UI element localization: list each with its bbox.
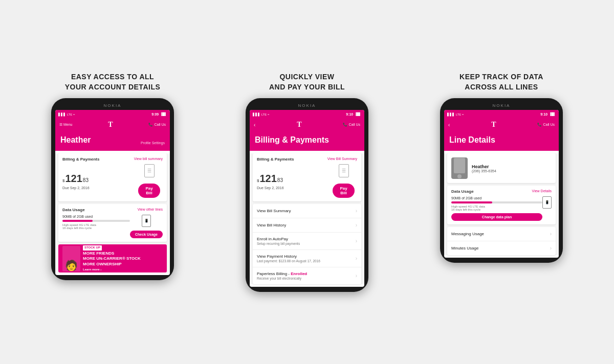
usage-right-3: 📱 — [542, 196, 552, 210]
section-title-line-details: KEEP TRACK OF DATA ACROSS ALL LINES — [459, 72, 543, 92]
ad-banner-1: 🧑 STOCK UP MORE FRIENDS MORE UN-CARRIER®… — [58, 244, 167, 272]
phone-frame-2: NOKIA ▋▋▋ LTE ≈ 9:10 ▐█▌ ‹ T 📞 — [246, 98, 368, 292]
usage-left-3: 90MB of 2GB used High-speed 4G LTE data … — [451, 196, 542, 221]
menu-item-subtitle-4: Last payment: $123.88 on August 17, 2016 — [257, 259, 356, 263]
menu-item-title-min: Minutes Usage — [451, 246, 550, 251]
view-details-link-3[interactable]: View Details — [532, 189, 552, 193]
profile-settings-link-1[interactable]: Profile Settings — [141, 141, 165, 145]
billing-right-2: ☰ Pay Bill — [330, 164, 357, 198]
device-screen-3 — [454, 158, 465, 173]
pay-bill-button-2[interactable]: Pay Bill — [333, 184, 354, 198]
device-home-btn-3 — [457, 174, 462, 178]
billing-row-2: $ 121 83 Due Sep 2, 2016 ☰ Pay Bill — [257, 164, 357, 198]
view-other-lines-link-1[interactable]: View other lines — [138, 208, 163, 211]
status-bar-3: ▋▋▋ LTE ≈ 9:10 ▐█▌ — [444, 110, 559, 118]
menu-item-title-3: Enroll in AutoPay — [257, 237, 356, 241]
section-billing: QUICKLY VIEW AND PAY YOUR BILL NOKIA ▋▋▋… — [210, 72, 404, 292]
bill-amount-1: $ 121 83 — [62, 173, 90, 185]
phone-frame-1: NOKIA ▋▋▋ LTE ≈ 9:09 ▐█▌ ☰ Menu T — [51, 98, 174, 280]
screen-content-1: Billing & Payments View bill summary $ 1… — [55, 153, 170, 272]
change-data-plan-button-3[interactable]: Change data plan — [451, 213, 542, 221]
signal-icon-1: ▋▋▋ LTE ≈ — [58, 112, 75, 116]
menu-item-autopay[interactable]: Enroll in AutoPay Setup recurring bill p… — [253, 233, 361, 250]
usage-bar-fill-3 — [451, 201, 492, 203]
ad-line3-1: MORE OWNERSHIP — [83, 262, 122, 266]
menu-item-content-4: View Payment History Last payment: $123.… — [257, 254, 356, 263]
page-title-3: Line Details — [449, 135, 554, 145]
usage-text-3: 90MB of 2GB used — [451, 196, 542, 200]
section-title-account: EASY ACCESS TO ALL YOUR ACCOUNT DETAILS — [65, 72, 161, 92]
menu-item-bill-summary[interactable]: View Bill Summary › — [253, 204, 361, 218]
battery-icon-3: ▐█▌ — [549, 112, 556, 116]
pay-bill-button-1[interactable]: Pay Bill — [138, 184, 160, 198]
usage-bar-fill-1 — [62, 220, 93, 222]
usage-right-1: 📱 Check Usage — [130, 215, 163, 238]
device-card-3: Heather (206) 355-6354 — [447, 153, 556, 183]
phone-brand-1: NOKIA — [55, 103, 170, 108]
menu-item-title-2: View Bill History — [257, 223, 356, 228]
device-user-name-3: Heather — [472, 164, 496, 169]
menu-item-bill-history[interactable]: View Bill History › — [253, 218, 361, 233]
phone-screen-1: ▋▋▋ LTE ≈ 9:09 ▐█▌ ☰ Menu T 📞 Call Us — [55, 110, 170, 275]
usage-text-1: 90MB of 2GB used — [62, 215, 130, 218]
menu-item-messaging[interactable]: Messaging Usage › — [447, 227, 556, 241]
menu-item-content-1: View Bill Summary — [257, 209, 356, 213]
menu-item-minutes[interactable]: Minutes Usage › — [447, 241, 556, 255]
call-us-button-3[interactable]: 📞 Call Us — [537, 123, 555, 127]
dollar-sign-1: $ — [62, 178, 64, 183]
menu-item-content-min: Minutes Usage — [451, 246, 550, 251]
battery-icon-1: ▐█▌ — [160, 112, 167, 116]
device-info-3: Heather (206) 355-6354 — [472, 164, 496, 173]
billing-card-header-2: Billing & Payments View Bill Summary — [257, 157, 357, 162]
phone-icon-3: 📱 — [542, 196, 552, 209]
section-line-details: KEEP TRACK OF DATA ACROSS ALL LINES NOKI… — [404, 72, 599, 263]
enrolled-badge-5: Enrolled — [291, 271, 307, 276]
logo-area-2: T — [255, 121, 343, 129]
menu-item-title-msg: Messaging Usage — [451, 232, 550, 236]
logo-area-1: T — [72, 121, 148, 129]
time-area-2: 9:10 ▐█▌ — [346, 112, 361, 116]
phone-frame-3: NOKIA ▋▋▋ LTE ≈ 9:10 ▐█▌ ‹ T 📞 — [440, 98, 563, 263]
menu-item-paperless[interactable]: Paperless Billing - Enrolled Receive you… — [253, 267, 361, 284]
status-bar-2: ▋▋▋ LTE ≈ 9:10 ▐█▌ — [250, 110, 364, 118]
signal-area-3: ▋▋▋ LTE ≈ — [447, 112, 464, 116]
data-usage-header-1: Data Usage View other lines — [62, 208, 163, 212]
battery-icon-2: ▐█▌ — [355, 112, 361, 116]
bill-amount-2: $ 121 83 — [257, 173, 284, 185]
menu-item-content-msg: Messaging Usage — [451, 232, 550, 236]
check-usage-button-1[interactable]: Check Usage — [130, 231, 163, 238]
menu-item-payment-history[interactable]: View Payment History Last payment: $123.… — [253, 250, 361, 267]
hero-3: Line Details — [444, 131, 559, 151]
menu-item-subtitle-5: Receive your bill electronically — [257, 277, 356, 280]
menu-item-title-5: Paperless Billing - Enrolled — [257, 271, 356, 276]
learn-more-link-1[interactable]: Learn more › — [83, 268, 163, 272]
bill-amount-section-1: $ 121 83 Due Sep 2, 2016 — [62, 173, 90, 190]
usage-days-left-3: 16 days left this cycle — [451, 208, 542, 211]
usage-bar-bg-1 — [62, 220, 130, 222]
signal-icon-3: ▋▋▋ LTE ≈ — [447, 112, 464, 116]
call-us-button-2[interactable]: 📞 Call Us — [343, 123, 360, 127]
page-wrapper: EASY ACCESS TO ALL YOUR ACCOUNT DETAILS … — [0, 67, 614, 297]
bill-cents-1: 83 — [83, 177, 89, 183]
nav-bar-3: ‹ T 📞 Call Us — [444, 118, 559, 131]
usage-row-3: 90MB of 2GB used High-speed 4G LTE data … — [451, 196, 552, 221]
billing-card-title-2: Billing & Payments — [257, 157, 294, 162]
phone-brand-3: NOKIA — [444, 103, 559, 108]
ad-text-1: STOCK UP MORE FRIENDS MORE UN-CARRIER® S… — [83, 245, 163, 272]
billing-card-title-1: Billing & Payments — [62, 157, 99, 162]
time-area-1: 9:09 ▐█▌ — [151, 112, 167, 116]
ad-figure-1: 🧑 — [62, 246, 80, 271]
bill-due-1: Due Sep 2, 2016 — [62, 186, 90, 190]
bill-icon-2: ☰ — [339, 164, 349, 177]
chevron-icon-min: › — [550, 245, 552, 251]
menu-item-content-3: Enroll in AutoPay Setup recurring bill p… — [257, 237, 356, 245]
usage-left-1: 90MB of 2GB used High-speed 4G LTE data … — [62, 215, 130, 230]
menu-button-1[interactable]: ☰ Menu — [59, 123, 72, 127]
billing-card-2: Billing & Payments View Bill Summary $ 1… — [253, 153, 361, 201]
billing-card-1: Billing & Payments View bill summary $ 1… — [58, 153, 167, 201]
nav-bar-1: ☰ Menu T 📞 Call Us — [55, 118, 170, 131]
status-time-2: 9:10 — [346, 112, 353, 116]
view-bill-summary-link-1[interactable]: View bill summary — [134, 157, 163, 161]
call-us-button-1[interactable]: 📞 Call Us — [148, 123, 166, 127]
view-bill-summary-link-2[interactable]: View Bill Summary — [327, 157, 357, 161]
